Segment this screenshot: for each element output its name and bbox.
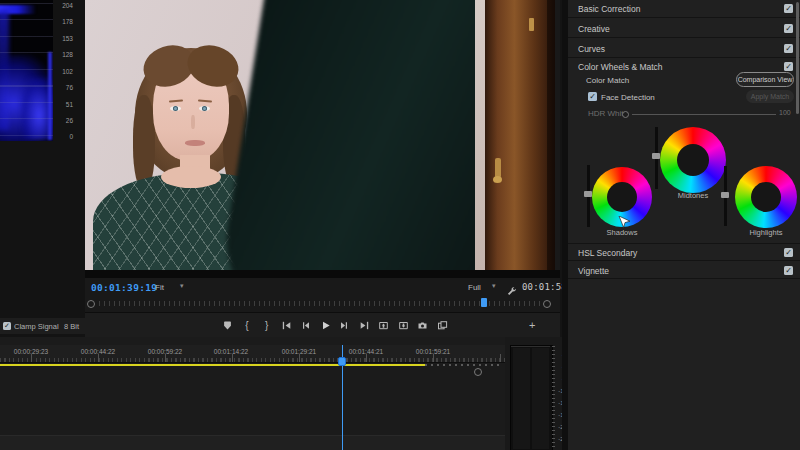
scope-scale-value: 153 <box>53 35 73 42</box>
section-enable-checkbox[interactable]: ✓ <box>784 62 793 71</box>
door-hinge <box>529 18 534 31</box>
scrubber-right-zoom-handle[interactable] <box>543 300 551 308</box>
woman-eye <box>170 106 181 111</box>
audio-meter[interactable] <box>510 345 553 450</box>
timeline-ruler[interactable]: 00:00:29:23 00:00:44:22 00:00:59:22 00:0… <box>0 345 505 363</box>
scope-scale-value: 204 <box>53 2 73 9</box>
panel-scrollbar-thumb[interactable] <box>796 2 799 114</box>
divider <box>568 260 800 261</box>
lumetri-scopes-panel: 204 178 153 128 102 76 51 26 0 ✓ Clamp S… <box>0 0 85 337</box>
work-area-bar-end <box>425 364 501 366</box>
divider <box>568 17 800 18</box>
go-to-out-button[interactable] <box>358 319 371 332</box>
timeline-track-divider <box>0 435 505 450</box>
timeline-playhead[interactable] <box>338 357 346 366</box>
zoom-level-select[interactable]: Fit <box>155 283 164 292</box>
frame-edge-shadow <box>547 0 555 270</box>
apply-match-button[interactable]: Apply Match <box>746 90 794 103</box>
section-enable-checkbox[interactable]: ✓ <box>784 248 793 257</box>
go-to-in-button[interactable] <box>280 319 293 332</box>
scope-scale-value: 26 <box>53 117 73 124</box>
wooden-door <box>485 0 555 270</box>
highlights-luma-slider-handle[interactable] <box>721 192 729 198</box>
mouse-cursor <box>618 216 630 234</box>
midtones-wheel-label: Midtones <box>660 191 726 200</box>
shadows-luma-slider-handle[interactable] <box>584 191 592 197</box>
scope-scale-value: 51 <box>53 101 73 108</box>
comparison-view-icon-button[interactable] <box>436 319 449 332</box>
button-editor-plus-button[interactable]: + <box>529 319 535 331</box>
section-label: Color Wheels & Match <box>578 62 663 72</box>
midtones-luma-slider-handle[interactable] <box>652 153 660 159</box>
woman-lips <box>185 140 205 146</box>
add-marker-button[interactable] <box>221 319 234 332</box>
section-label: HSL Secondary <box>578 248 637 258</box>
program-monitor-panel: 00:01:39:19 Fit ▾ Full ▾ 00:01:58:16 { } <box>85 0 560 337</box>
divider <box>568 278 800 279</box>
comparison-view-button[interactable]: Comparison View <box>736 72 794 87</box>
woman-eye <box>199 106 210 111</box>
highlights-color-wheel[interactable] <box>735 166 797 228</box>
db-scale-ticks <box>552 346 555 448</box>
playback-resolution-select[interactable]: Full <box>468 283 481 292</box>
mark-out-button[interactable]: } <box>260 319 273 332</box>
audio-channel-right <box>532 348 549 449</box>
meter-zero-line <box>511 346 550 347</box>
video-letterbox-bar <box>85 270 560 278</box>
export-frame-button[interactable] <box>416 319 429 332</box>
door-frame-light <box>475 0 485 270</box>
audio-meter-panel: 0 -3 -6 -9 -12 -15 -18 -21 -24 <box>505 337 562 450</box>
door-handle-knob <box>493 176 502 183</box>
divider <box>568 57 800 58</box>
divider <box>568 243 800 244</box>
scope-scale-value: 102 <box>53 68 73 75</box>
section-label: Curves <box>578 44 605 54</box>
lumetri-color-panel: Basic Correction ✓ Creative ✓ Curves ✓ C… <box>562 0 800 450</box>
hdr-white-value: 100 <box>779 109 791 116</box>
mark-in-button[interactable]: { <box>241 319 254 332</box>
extract-button[interactable] <box>397 319 410 332</box>
highlights-wheel-label: Highlights <box>735 228 797 237</box>
monitor-controls-bar: 00:01:39:19 Fit ▾ Full ▾ 00:01:58:16 <box>85 278 560 296</box>
step-forward-button[interactable] <box>338 319 351 332</box>
waveform-scope <box>0 0 53 141</box>
scope-scale-value: 0 <box>53 133 73 140</box>
midtones-color-wheel[interactable] <box>660 127 726 193</box>
step-back-button[interactable] <box>299 319 312 332</box>
timeline-zoom-handle[interactable] <box>474 368 482 376</box>
scope-scale-value: 128 <box>53 51 73 58</box>
scope-scale-value: 76 <box>53 84 73 91</box>
work-area-bar[interactable] <box>0 364 425 366</box>
section-enable-checkbox[interactable]: ✓ <box>784 266 793 275</box>
monitor-scrubber[interactable] <box>85 296 560 312</box>
monitor-playhead[interactable] <box>481 298 487 307</box>
divider <box>568 37 800 38</box>
scope-scale-value: 178 <box>53 18 73 25</box>
scrubber-left-zoom-handle[interactable] <box>87 300 95 308</box>
play-button[interactable] <box>319 319 332 332</box>
hdr-white-slider-track[interactable] <box>632 114 776 115</box>
lift-button[interactable] <box>377 319 390 332</box>
transport-controls: { } <box>85 312 560 338</box>
scrubber-ticks <box>99 301 542 306</box>
clamp-signal-label: Clamp Signal <box>14 322 59 331</box>
face-detection-checkbox[interactable]: ✓ <box>588 92 597 101</box>
video-display <box>85 0 555 270</box>
audio-channel-left <box>513 348 530 449</box>
current-timecode[interactable]: 00:01:39:19 <box>91 282 157 293</box>
section-label: Vignette <box>578 266 609 276</box>
waveform-gridlines <box>0 3 53 141</box>
section-enable-checkbox[interactable]: ✓ <box>784 4 793 13</box>
premiere-color-workspace: 204 178 153 128 102 76 51 26 0 ✓ Clamp S… <box>0 0 800 450</box>
hdr-white-slider-knob[interactable] <box>622 111 629 118</box>
section-enable-checkbox[interactable]: ✓ <box>784 24 793 33</box>
section-enable-checkbox[interactable]: ✓ <box>784 44 793 53</box>
timeline-panel: 00:00:29:23 00:00:44:22 00:00:59:22 00:0… <box>0 337 505 450</box>
chevron-down-icon[interactable]: ▾ <box>492 282 496 290</box>
ruler-major-ticks <box>31 354 501 362</box>
woman-collar <box>161 166 221 188</box>
bit-depth-select[interactable]: 8 Bit <box>64 322 79 331</box>
clamp-signal-checkbox[interactable]: ✓ <box>3 322 11 330</box>
chevron-down-icon[interactable]: ▾ <box>180 282 184 290</box>
section-label: Creative <box>578 24 610 34</box>
